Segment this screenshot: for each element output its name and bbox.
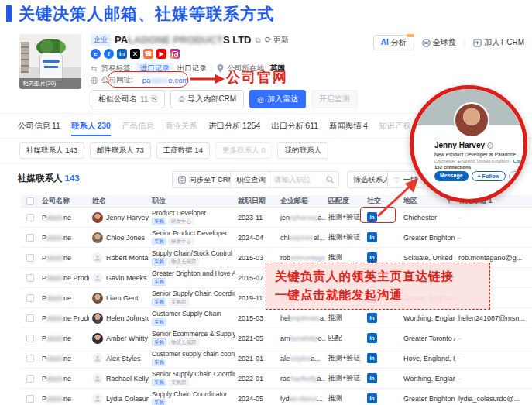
- cell-email[interactable]: lydiacolasur...: [277, 389, 325, 405]
- linkedin-link-icon[interactable]: in: [367, 393, 377, 403]
- email-prefix: jen: [280, 214, 290, 221]
- job-search-input[interactable]: 请输入职位: [269, 171, 339, 188]
- company-blurred: alado: [46, 335, 63, 342]
- contact-name[interactable]: Amber Whitty: [106, 335, 148, 342]
- profile-connections[interactable]: 152 connections: [434, 165, 471, 170]
- tab-出口分析[interactable]: 出口分析611: [271, 121, 318, 135]
- department-tag: 研发中心: [169, 218, 194, 225]
- tab-产品信息[interactable]: 产品信息: [122, 121, 154, 135]
- website-icon[interactable]: e: [91, 49, 101, 59]
- subtab-更多联系人[interactable]: 更多联系人 0: [215, 142, 272, 159]
- cell-email[interactable]: chloejonesal...: [277, 228, 325, 247]
- contact-name[interactable]: Chloe Jones: [106, 234, 145, 242]
- person-placeholder-icon: [92, 393, 103, 404]
- contact-name[interactable]: Gavin Meeks: [106, 274, 147, 282]
- profile-avatar[interactable]: [454, 102, 489, 138]
- linkedin-link-icon[interactable]: in: [367, 373, 377, 383]
- position-title: Senior Supply Chain Coordinator: [152, 371, 235, 378]
- tab-联系人[interactable]: 联系人230: [71, 121, 111, 135]
- tab-公司信息[interactable]: 公司信息11: [18, 121, 60, 135]
- tab-新闻舆情[interactable]: 新闻舆情4: [329, 121, 368, 135]
- row-checkbox[interactable]: [26, 234, 34, 242]
- row-checkbox[interactable]: [26, 335, 34, 342]
- youtube-icon[interactable]: ▶: [156, 49, 166, 59]
- similar-companies-button[interactable]: 相似公司名 11 ⎘: [91, 90, 165, 108]
- refresh-button[interactable]: ⟳ 更新: [265, 35, 289, 46]
- ai-analysis-button[interactable]: AIAI 分析分析: [373, 35, 414, 50]
- department-tag: 采购部: [169, 379, 189, 386]
- row-checkbox[interactable]: [26, 375, 34, 383]
- cell-start-date: 2021-01: [235, 348, 277, 368]
- subtab-社媒联系人[interactable]: 社媒联系人 143: [19, 142, 84, 159]
- cell-email[interactable]: rachaelkellya...: [277, 369, 325, 388]
- cell-company: Paladone Produc...: [39, 268, 89, 287]
- contact-photo: [92, 313, 103, 324]
- subtab-邮件联系人[interactable]: 邮件联系人 73: [90, 142, 151, 159]
- person-placeholder-icon: [92, 273, 103, 283]
- contact-name[interactable]: Jenny Harvey: [106, 214, 149, 221]
- contact-name[interactable]: Helen Johnstone: [106, 314, 149, 322]
- contact-name[interactable]: Alex Styles: [106, 355, 141, 362]
- join-tcrm-button[interactable]: 加入T-CRM: [473, 37, 524, 48]
- row-checkbox[interactable]: [26, 355, 34, 362]
- profile-name[interactable]: Jenny Harvey ✓: [434, 141, 493, 149]
- subtab-工商数据[interactable]: 工商数据 14: [156, 142, 210, 159]
- row-checkbox[interactable]: [26, 314, 34, 322]
- row-checkbox[interactable]: [26, 254, 34, 262]
- select-all-checkbox[interactable]: [26, 197, 34, 205]
- tab-count: 230: [97, 121, 111, 130]
- linkedin-link-icon[interactable]: in: [367, 252, 377, 263]
- facebook-icon[interactable]: f: [104, 49, 114, 59]
- table-row: Paladone Produc...Helen JohnstoneCustome…: [21, 308, 532, 328]
- cell-email[interactable]: alexstylesa...: [277, 348, 325, 368]
- linkedin-link-icon[interactable]: in: [367, 333, 377, 343]
- linkedin-link-icon[interactable]: in: [367, 313, 377, 323]
- instagram-icon[interactable]: [170, 49, 180, 59]
- linkedin-icon[interactable]: in: [117, 49, 127, 59]
- cell-name: Rachael Kelly: [89, 369, 149, 388]
- subtab-我的联系人[interactable]: 我的联系人: [277, 142, 328, 159]
- start-monitor-button[interactable]: 开启监测: [311, 90, 358, 108]
- role-tag: 采购: [152, 258, 166, 266]
- company-photo[interactable]: 相关图片(20): [19, 34, 81, 89]
- cell-email[interactable]: amberwhittyo...: [277, 328, 325, 348]
- row-checkbox[interactable]: [26, 294, 34, 302]
- tab-进口分析[interactable]: 进口分析1254: [208, 121, 260, 135]
- contact-name[interactable]: Rachael Kelly: [106, 375, 149, 383]
- global-search-button[interactable]: 全球搜: [422, 37, 456, 48]
- enterprise-badge: 企业: [91, 34, 111, 46]
- cell-company: Paladone: [39, 328, 89, 348]
- company-blurred: alado: [46, 355, 63, 362]
- add-radar-button[interactable]: ◎ 加入雷达: [249, 90, 306, 108]
- related-photos-label[interactable]: 相关图片(20): [19, 78, 81, 89]
- follow-button[interactable]: + Follow: [472, 171, 506, 181]
- row-checkbox[interactable]: [26, 274, 34, 282]
- tab-知识产权[interactable]: 知识产权: [379, 121, 411, 135]
- linkedin-link-icon[interactable]: in: [367, 353, 377, 363]
- cell-email[interactable]: helenjohnstoa...: [277, 308, 325, 328]
- contact-name[interactable]: Robert Monta...: [106, 254, 149, 262]
- copy-icon[interactable]: ⧉: [255, 36, 260, 45]
- email-blurred: xstyles: [290, 355, 311, 362]
- email-suffix: ...: [317, 395, 324, 403]
- x-twitter-icon[interactable]: X: [130, 49, 140, 59]
- message-button[interactable]: Message: [434, 171, 469, 181]
- search-icon[interactable]: [326, 176, 334, 184]
- contact-name[interactable]: Lydia Colasurdo: [106, 395, 149, 403]
- contact-name[interactable]: Liam Gent: [106, 294, 139, 302]
- row-checkbox[interactable]: [26, 214, 34, 221]
- phone-icon[interactable]: ☎: [143, 49, 153, 59]
- divider: |: [211, 64, 212, 73]
- tab-count: 4: [363, 121, 368, 130]
- start-monitor-label: 开启监测: [319, 94, 350, 105]
- job-search-placeholder: 请输入职位: [274, 175, 311, 185]
- linkedin-link-icon[interactable]: in: [367, 232, 377, 242]
- import-crm-button[interactable]: ⎙ 导入内部CRM: [170, 90, 244, 108]
- email-suffix: a...: [318, 214, 325, 221]
- tab-商业关系[interactable]: 商业关系: [165, 121, 197, 135]
- row-checkbox[interactable]: [26, 395, 34, 403]
- cell-company: Paladone: [39, 208, 89, 227]
- cell-email[interactable]: jennyharveya...: [277, 208, 325, 227]
- page-title: 关键决策人邮箱、社媒等联系方式: [19, 3, 274, 25]
- more-button[interactable]: More: [509, 171, 527, 181]
